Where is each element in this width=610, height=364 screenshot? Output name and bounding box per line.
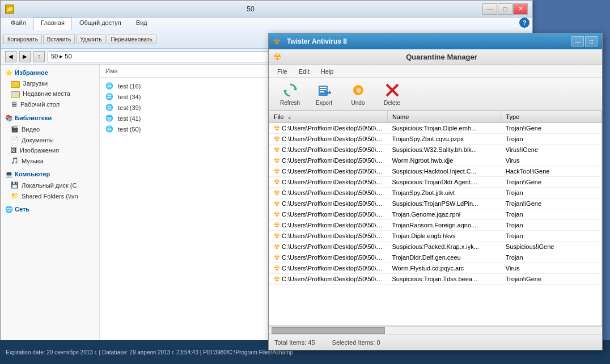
menu-file[interactable]: File (272, 67, 293, 76)
tab-file[interactable]: Файл (3, 18, 33, 30)
explorer-close-btn[interactable]: ✕ (513, 3, 528, 15)
type-cell: Trojan (501, 220, 601, 231)
type-cell: Virus!iGene (501, 145, 601, 155)
video-icon: 🎬 (11, 125, 19, 133)
table-row[interactable]: ☢C:\Users\Proffkom\Desktop\50\50\test (1… (269, 188, 601, 198)
table-row[interactable]: ☢C:\Users\Proffkom\Desktop\50\50\test (2… (269, 231, 601, 242)
col-file[interactable]: File ▲ (269, 111, 387, 123)
row-biohazard-icon: ☢ (274, 167, 280, 175)
file-cell: ☢C:\Users\Proffkom\Desktop\50\50\test (1… (269, 188, 387, 198)
name-cell: Suspicious:TrojanPSW.LdPin... (387, 198, 501, 209)
refresh-button[interactable]: Refresh (274, 81, 306, 108)
table-row[interactable]: ☢C:\Users\Proffkom\Desktop\50\50\test (2… (269, 252, 601, 263)
nav-forward-btn[interactable]: ▶ (19, 51, 31, 62)
sidebar-item-recent[interactable]: Недавние места (1, 88, 99, 99)
sidebar-item-downloads[interactable]: Загрузки (1, 78, 99, 88)
svg-rect-3 (320, 91, 324, 92)
delete-button[interactable]: Delete (376, 81, 408, 108)
ribbon-rename-btn[interactable]: Переименовать (107, 35, 156, 44)
sidebar-item-local-disk[interactable]: 💾 Локальный диск (C (1, 180, 99, 191)
qm-menubar: File Edit Help (269, 65, 602, 78)
av-window: ☢ Twister Antivirus 8 — □ ☢ Quarantine M… (268, 33, 603, 350)
export-button[interactable]: Export (308, 81, 340, 108)
tab-view[interactable]: Вид (129, 18, 155, 30)
sidebar-item-music[interactable]: 🎵 Музыка (1, 155, 99, 166)
file-cell: ☢C:\Users\Proffkom\Desktop\50\50\test (1… (269, 177, 387, 188)
table-row[interactable]: ☢C:\Users\Proffkom\Desktop\50\50\test (2… (269, 242, 601, 252)
file-name: test (39) (118, 104, 141, 111)
folder-small-icon: 📁 (5, 5, 14, 14)
col-type[interactable]: Type (501, 111, 601, 123)
qm-toolbar: Refresh Export ☢ (269, 78, 602, 111)
table-row[interactable]: ☢C:\Users\Proffkom\Desktop\50\50\test (1… (269, 166, 601, 177)
table-row[interactable]: ☢C:\Users\Proffkom\Desktop\50\50\test (1… (269, 155, 601, 166)
breadcrumb: 50 ▸ 50 (51, 53, 72, 60)
sidebar-item-shared[interactable]: 📁 Shared Folders (\\vn (1, 191, 99, 201)
name-cell: Suspicious:Hacktool.Inject.C... (387, 166, 501, 177)
ribbon-copy-btn[interactable]: Копировать (3, 35, 42, 44)
menu-help[interactable]: Help (315, 67, 340, 76)
scrollbar-thumb[interactable] (272, 327, 385, 334)
col-name[interactable]: Name (387, 111, 501, 123)
table-row[interactable]: ☢C:\Users\Proffkom\Desktop\50\50\test (1… (269, 209, 601, 220)
menu-edit[interactable]: Edit (293, 67, 315, 76)
table-row[interactable]: ☢C:\Users\Proffkom\Desktop\50\50\test (1… (269, 123, 601, 134)
file-icon: 🌐 (105, 104, 113, 111)
name-cell: Suspicious:Packed.Krap.x.iyk... (387, 242, 501, 252)
row-biohazard-icon: ☢ (274, 232, 280, 240)
table-row[interactable]: ☢C:\Users\Proffkom\Desktop\50\50\test (1… (269, 134, 601, 145)
explorer-minimize-btn[interactable]: — (482, 3, 497, 15)
horizontal-scrollbar[interactable] (269, 326, 602, 334)
name-cell: Worm.Ngrbot.hwb.xjje (387, 155, 501, 166)
row-biohazard-icon: ☢ (274, 156, 280, 164)
sidebar-network-header[interactable]: 🌐 Сеть (1, 204, 99, 215)
quarantine-table: File ▲ Name Type ☢C:\Users\Proffkom\Desk… (269, 111, 601, 285)
row-biohazard-icon: ☢ (274, 210, 280, 218)
nav-up-btn[interactable]: ↑ (33, 51, 45, 62)
type-cell: Virus (501, 155, 601, 166)
file-cell: ☢C:\Users\Proffkom\Desktop\50\50\test (2… (269, 252, 387, 263)
ribbon-tab-bar: Файл Главная Общий доступ Вид ? (1, 18, 532, 30)
export-label: Export (316, 100, 332, 106)
table-row[interactable]: ☢C:\Users\Proffkom\Desktop\50\50\test (2… (269, 274, 601, 285)
sidebar-label-downloads: Загрузки (23, 80, 48, 87)
desktop-icon: 🖥 (11, 100, 18, 108)
tab-home[interactable]: Главная (33, 18, 72, 30)
undo-icon: ☢ (349, 82, 367, 99)
table-row[interactable]: ☢C:\Users\Proffkom\Desktop\50\50\test (1… (269, 145, 601, 155)
av-maximize-btn[interactable]: □ (585, 36, 598, 46)
type-cell: Trojan (501, 252, 601, 263)
av-icon: ☢ (273, 37, 282, 46)
sidebar-computer-header[interactable]: 💻 Компьютер (1, 169, 99, 180)
file-cell: ☢C:\Users\Proffkom\Desktop\50\50\test (1… (269, 123, 387, 134)
sidebar-label-images: Изображения (20, 147, 59, 154)
sidebar-libraries-header[interactable]: 📚 Библиотеки (1, 113, 99, 124)
av-minimize-btn[interactable]: — (571, 36, 584, 46)
sidebar-label-recent: Недавние места (23, 90, 70, 97)
ribbon-delete-btn[interactable]: Удалить (76, 35, 105, 44)
svg-text:☢: ☢ (355, 87, 361, 94)
undo-button[interactable]: ☢ Undo (342, 81, 374, 108)
explorer-maximize-btn[interactable]: □ (498, 3, 512, 15)
sidebar-item-images[interactable]: 🖼 Изображения (1, 145, 99, 155)
sidebar-favorites-header[interactable]: ⭐ Избранное (1, 67, 99, 78)
table-row[interactable]: ☢C:\Users\Proffkom\Desktop\50\50\test (1… (269, 220, 601, 231)
sidebar-item-video[interactable]: 🎬 Видео (1, 124, 99, 134)
table-row[interactable]: ☢C:\Users\Proffkom\Desktop\50\50\test (1… (269, 198, 601, 209)
sidebar-item-desktop[interactable]: 🖥 Рабочий стол (1, 99, 99, 110)
file-name: test (16) (118, 83, 141, 90)
statusbar-text: Expiration date: 20 сентября 2013 г. | D… (6, 349, 293, 355)
nav-back-btn[interactable]: ◀ (5, 51, 16, 62)
ribbon-paste-btn[interactable]: Вставить (43, 35, 75, 44)
file-icon: 🌐 (105, 125, 113, 133)
help-button[interactable]: ? (519, 18, 529, 28)
quarantine-table-container[interactable]: File ▲ Name Type ☢C:\Users\Proffkom\Desk… (269, 111, 602, 326)
tab-share[interactable]: Общий доступ (72, 18, 129, 30)
sidebar-item-documents[interactable]: 📄 Документы (1, 134, 99, 145)
table-row[interactable]: ☢C:\Users\Proffkom\Desktop\50\50\test (1… (269, 177, 601, 188)
file-name: test (50) (118, 126, 141, 133)
row-biohazard-icon: ☢ (274, 178, 280, 186)
svg-rect-2 (320, 89, 327, 90)
sidebar-section-favorites: ⭐ Избранное Загрузки Недавние места 🖥 Ра… (1, 67, 99, 110)
table-row[interactable]: ☢C:\Users\Proffkom\Desktop\50\50\test (2… (269, 263, 601, 274)
